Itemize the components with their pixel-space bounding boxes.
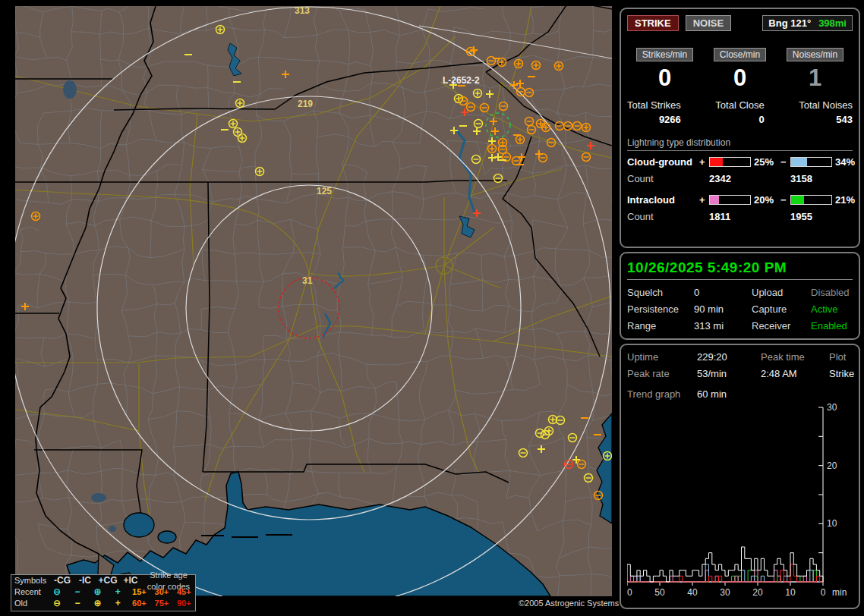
ic-pos-bar — [709, 195, 751, 205]
legend-col-neg-cg: -CG — [51, 575, 74, 586]
uptime-label: Uptime — [627, 351, 697, 363]
minus-icon: − — [68, 586, 88, 598]
close-per-min-value: 0 — [733, 64, 746, 92]
ic-pos-pct: 20% — [751, 194, 780, 206]
cg-neg-bar — [790, 157, 832, 167]
lightning-distribution: Lightning type distribution Cloud-ground… — [627, 137, 853, 222]
total-noises-value: 543 — [799, 114, 853, 125]
ic-neg-pct: 21% — [832, 194, 855, 206]
svg-text:30: 30 — [720, 587, 730, 598]
capture-status: Active — [811, 303, 853, 315]
cg-neg-pct: 34% — [832, 156, 855, 168]
circle-plus-icon: ⊕ — [87, 598, 108, 609]
minus-icon: − — [68, 598, 88, 609]
cloud-ground-label: Cloud-ground — [627, 156, 699, 168]
ring-label-313: 313 — [295, 6, 310, 16]
ring-label-125: 125 — [317, 186, 332, 196]
plus-sign: + — [699, 156, 709, 168]
app-window: { "map": { "ring_labels": ["313", "219",… — [0, 0, 864, 616]
peak-time-label: Peak time — [761, 351, 829, 363]
ic-pos-count: 1811 — [709, 211, 751, 222]
svg-text:10: 10 — [785, 587, 796, 598]
total-strikes-value: 9266 — [627, 114, 681, 125]
svg-text:60: 60 — [627, 587, 632, 598]
current-datetime: 10/26/2025 5:49:20 PM — [627, 259, 853, 280]
total-noises: Total Noises 543 — [799, 98, 853, 125]
legend-symbols-header: Symbols — [11, 575, 51, 586]
noises-per-min-value: 1 — [809, 64, 821, 92]
receiver-status: Enabled — [811, 320, 853, 332]
ring-label-219: 219 — [298, 99, 313, 109]
svg-text:20: 20 — [752, 587, 763, 598]
legend-age-90: 90+ — [173, 598, 195, 609]
plot-label: Plot — [829, 351, 854, 363]
plus-icon: + — [108, 598, 128, 609]
circle-minus-icon: ⊖ — [47, 586, 68, 598]
symbol-legend: Symbols -CG -IC +CG +IC Strike age color… — [11, 574, 196, 611]
cg-pos-count: 2342 — [709, 173, 751, 184]
stats-panel: STRIKE NOISE Bng 121° 398mi Strikes/min … — [620, 8, 860, 248]
uptime-value: 229:20 — [697, 351, 761, 363]
capture-label: Capture — [752, 303, 811, 315]
legend-age-75: 75+ — [150, 598, 172, 609]
legend-age-45: 45+ — [173, 586, 195, 598]
status-panel: 10/26/2025 5:49:20 PM Squelch 0 Upload D… — [620, 252, 860, 340]
legend-age-60: 60+ — [128, 598, 150, 609]
svg-text:0: 0 — [821, 587, 826, 598]
intracloud-label: Intracloud — [627, 194, 699, 206]
peak-rate-value: 53/min — [697, 368, 761, 379]
squelch-value: 0 — [694, 287, 752, 298]
bearing-distance: 398mi — [818, 17, 847, 29]
peak-rate-label: Peak rate — [627, 368, 697, 379]
map-canvas: 313 219 125 31 L-2652-2 — [15, 6, 612, 596]
lightning-map[interactable]: 313 219 125 31 L-2652-2 — [15, 6, 612, 596]
upload-status: Disabled — [811, 287, 853, 298]
total-noises-label: Total Noises — [799, 99, 853, 111]
total-close: Total Close 0 — [715, 98, 764, 125]
total-close-label: Total Close — [715, 99, 764, 111]
legend-col-pos-ic: +IC — [119, 575, 142, 586]
bearing-value: Bng 121° — [768, 17, 811, 29]
strikes-per-min-chip: Strikes/min — [636, 48, 693, 61]
svg-text:40: 40 — [687, 587, 698, 598]
peak-time-value: 2:48 AM — [761, 368, 829, 379]
legend-col-pos-cg: +CG — [96, 575, 119, 586]
persistence-value: 90 min — [694, 303, 752, 315]
noise-mode-button[interactable]: NOISE — [686, 15, 731, 31]
strikes-per-min-value: 0 — [658, 64, 671, 92]
svg-text:10: 10 — [827, 518, 837, 529]
noises-per-min-chip: Noises/min — [787, 48, 844, 61]
trend-graph: 1020306050403020100min — [627, 403, 853, 599]
cg-neg-count: 3158 — [790, 173, 832, 184]
svg-text:20: 20 — [827, 460, 837, 471]
strike-mode-button[interactable]: STRIKE — [627, 15, 679, 31]
storm-cell-label: L-2652-2 — [443, 75, 480, 86]
plot-value: Strike — [829, 368, 854, 379]
upload-label: Upload — [752, 287, 811, 298]
svg-text:30: 30 — [827, 403, 837, 413]
minus-sign: − — [780, 194, 790, 206]
circle-plus-icon: ⊕ — [87, 586, 108, 598]
total-close-value: 0 — [715, 114, 764, 125]
circle-minus-icon: ⊖ — [47, 598, 68, 609]
close-per-min-chip: Close/min — [714, 48, 766, 61]
bearing-badge: Bng 121° 398mi — [762, 15, 853, 31]
distribution-title: Lightning type distribution — [627, 137, 853, 151]
legend-age-15: 15+ — [128, 586, 150, 598]
legend-age-30: 30+ — [150, 586, 172, 598]
cg-count-label: Count — [627, 173, 699, 184]
receiver-label: Receiver — [752, 320, 811, 332]
squelch-label: Squelch — [627, 287, 694, 298]
range-label: Range — [627, 320, 694, 332]
ic-neg-count: 1955 — [790, 211, 832, 222]
trend-graph-label: Trend graph — [627, 388, 697, 400]
minus-sign: − — [780, 156, 790, 168]
legend-recent-label: Recent — [11, 586, 47, 598]
svg-text:min: min — [832, 587, 847, 598]
trend-panel: Uptime 229:20 Peak time Plot Peak rate 5… — [620, 344, 860, 609]
ic-count-label: Count — [627, 211, 699, 222]
legend-old-label: Old — [11, 598, 47, 609]
range-value: 313 mi — [694, 320, 752, 332]
plus-icon: + — [108, 586, 128, 598]
total-strikes: Total Strikes 9266 — [627, 98, 681, 125]
